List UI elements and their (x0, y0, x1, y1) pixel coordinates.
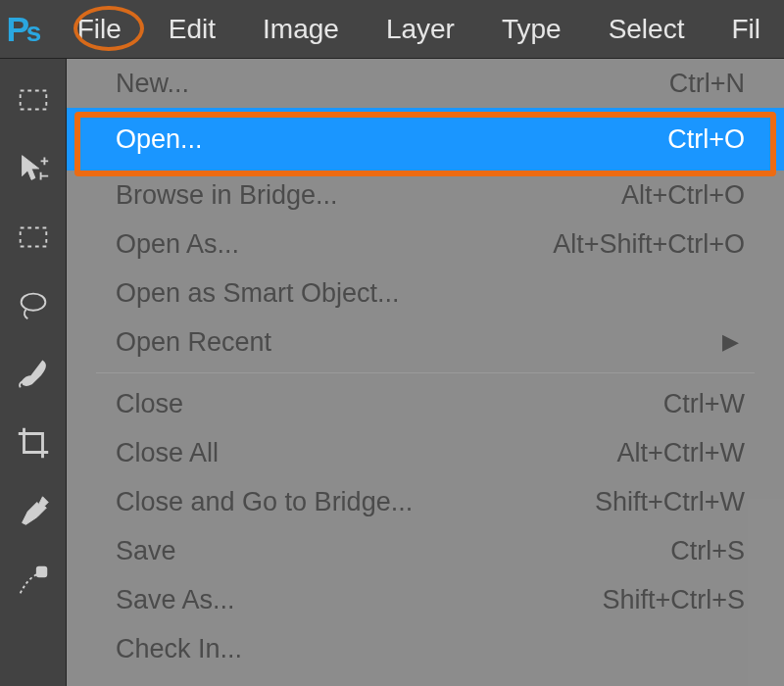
menu-item-shortcut: Ctrl+S (670, 536, 745, 566)
marquee-tool-icon[interactable] (10, 76, 57, 123)
menu-item-label: Close and Go to Bridge... (116, 487, 413, 517)
menu-item-label: Open Recent (116, 327, 271, 358)
menubar-items: File Edit Image Layer Type Select Fil (54, 0, 784, 59)
menu-item-label: Check In... (116, 634, 242, 664)
menu-item-label: Close All (116, 438, 219, 468)
move-tool-icon[interactable] (10, 145, 57, 192)
menu-edit[interactable]: Edit (145, 0, 239, 59)
crop-tool-icon[interactable] (10, 419, 57, 466)
menu-filter-truncated[interactable]: Fil (708, 0, 784, 59)
menu-item-new[interactable]: New... Ctrl+N (67, 59, 784, 108)
menu-item-shortcut: Shift+Ctrl+S (602, 585, 745, 615)
menu-item-label: Open... (116, 124, 203, 155)
menu-item-shortcut: Ctrl+W (663, 389, 745, 419)
menu-item-open-as[interactable]: Open As... Alt+Shift+Ctrl+O (67, 220, 784, 269)
eyedropper-tool-icon[interactable] (10, 488, 57, 535)
submenu-arrow-icon: ▶ (722, 329, 739, 355)
menu-select[interactable]: Select (585, 0, 709, 59)
menu-type[interactable]: Type (478, 0, 585, 59)
photoshop-window: P s File Edit Image Layer Type Select Fi… (0, 0, 784, 686)
menu-item-label: Open as Smart Object... (116, 278, 400, 309)
menu-item-open-as-smart-object[interactable]: Open as Smart Object... (67, 269, 784, 318)
menu-item-check-in[interactable]: Check In... (67, 624, 784, 673)
rect-marquee-tool-icon[interactable] (10, 214, 57, 261)
menu-item-save-as[interactable]: Save As... Shift+Ctrl+S (67, 575, 784, 624)
menu-file[interactable]: File (54, 0, 145, 59)
menu-item-close[interactable]: Close Ctrl+W (67, 379, 784, 428)
menu-divider (96, 372, 755, 373)
menu-image[interactable]: Image (239, 0, 363, 59)
menu-item-open-recent[interactable]: Open Recent ▶ (67, 318, 784, 367)
svg-text:s: s (26, 17, 42, 47)
svg-rect-4 (20, 228, 46, 247)
menu-item-shortcut: Alt+Shift+Ctrl+O (553, 229, 745, 260)
menu-item-close-all[interactable]: Close All Alt+Ctrl+W (67, 428, 784, 477)
menu-item-close-go-to-bridge[interactable]: Close and Go to Bridge... Shift+Ctrl+W (67, 477, 784, 526)
menu-item-label: Save As... (116, 585, 235, 615)
svg-rect-6 (36, 567, 46, 577)
svg-point-5 (21, 294, 45, 311)
menu-item-open[interactable]: Open... Ctrl+O (67, 108, 784, 171)
menu-item-label: Save (116, 536, 176, 566)
menu-item-save[interactable]: Save Ctrl+S (67, 526, 784, 575)
menu-item-label: Open As... (116, 229, 239, 260)
menu-item-shortcut: Ctrl+O (667, 124, 745, 155)
tools-panel (0, 59, 67, 686)
app-logo-icon: P s (0, 0, 54, 59)
menu-item-label: Close (116, 389, 183, 419)
menu-item-shortcut: Alt+Ctrl+W (616, 438, 745, 468)
menu-item-label: New... (116, 69, 189, 99)
file-dropdown-menu: New... Ctrl+N Open... Ctrl+O Browse in B… (67, 59, 784, 673)
menubar: P s File Edit Image Layer Type Select Fi… (0, 0, 784, 59)
menu-layer[interactable]: Layer (363, 0, 478, 59)
menu-item-shortcut: Alt+Ctrl+O (621, 180, 745, 211)
svg-rect-3 (20, 91, 46, 110)
menu-item-shortcut: Ctrl+N (669, 69, 745, 99)
menu-item-label: Browse in Bridge... (116, 180, 338, 211)
healing-brush-tool-icon[interactable] (10, 557, 57, 604)
brush-tool-icon[interactable] (10, 351, 57, 398)
menu-item-browse-in-bridge[interactable]: Browse in Bridge... Alt+Ctrl+O (67, 171, 784, 220)
menu-item-shortcut: Shift+Ctrl+W (595, 487, 745, 517)
lasso-tool-icon[interactable] (10, 282, 57, 329)
